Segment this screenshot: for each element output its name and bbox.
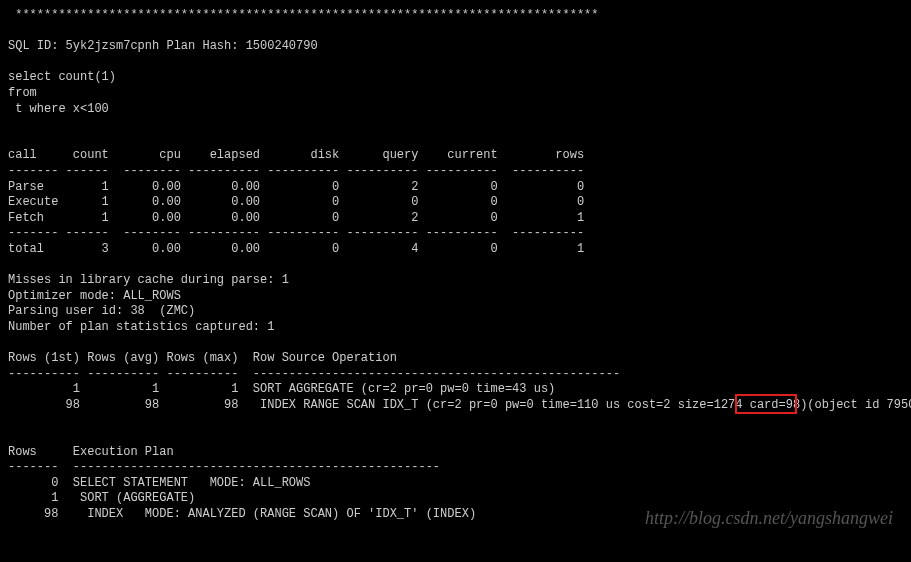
terminal-output: ****************************************… [8, 8, 903, 562]
watermark: http://blog.csdn.net/yangshangwei [645, 507, 893, 530]
